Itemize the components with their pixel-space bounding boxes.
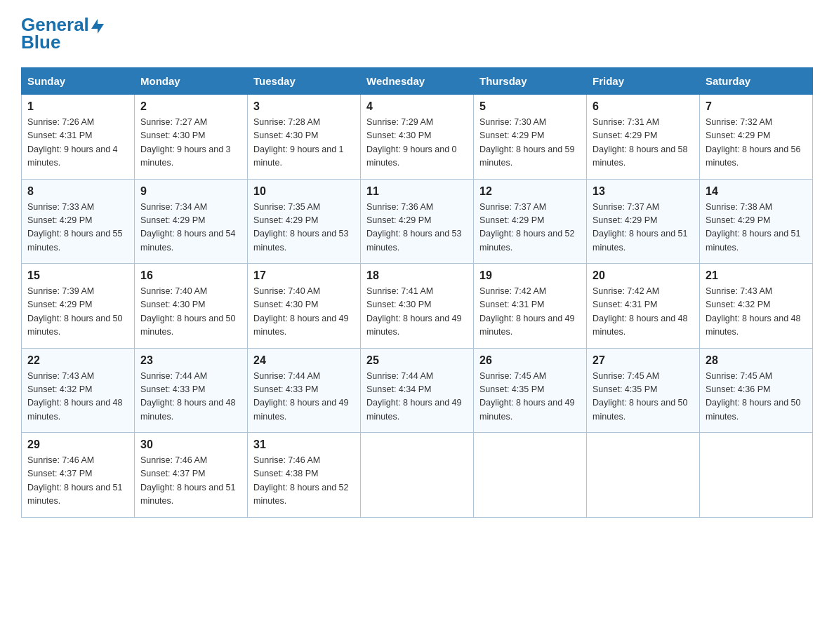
day-info: Sunrise: 7:29 AMSunset: 4:30 PMDaylight:… (366, 116, 468, 170)
day-info: Sunrise: 7:31 AMSunset: 4:29 PMDaylight:… (593, 116, 694, 170)
day-info: Sunrise: 7:39 AMSunset: 4:29 PMDaylight:… (27, 285, 128, 340)
day-info: Sunrise: 7:44 AMSunset: 4:33 PMDaylight:… (253, 370, 355, 424)
calendar-cell: 30Sunrise: 7:46 AMSunset: 4:37 PMDayligh… (135, 433, 248, 518)
day-number: 29 (27, 438, 128, 451)
calendar-cell: 16Sunrise: 7:40 AMSunset: 4:30 PMDayligh… (135, 264, 248, 349)
weekday-header-wednesday: Wednesday (361, 68, 474, 95)
day-number: 30 (140, 438, 241, 451)
weekday-header-thursday: Thursday (474, 68, 587, 95)
day-number: 3 (253, 100, 355, 113)
day-number: 13 (593, 185, 694, 198)
calendar-cell: 4Sunrise: 7:29 AMSunset: 4:30 PMDaylight… (361, 95, 474, 180)
day-number: 21 (706, 269, 807, 282)
day-number: 20 (593, 269, 694, 282)
day-number: 1 (27, 100, 128, 113)
day-number: 17 (253, 269, 355, 282)
day-info: Sunrise: 7:26 AMSunset: 4:31 PMDaylight:… (27, 116, 128, 170)
day-number: 18 (366, 269, 468, 282)
calendar-cell: 7Sunrise: 7:32 AMSunset: 4:29 PMDaylight… (700, 95, 813, 180)
logo-blue-text: Blue (21, 32, 104, 53)
calendar-cell (474, 433, 587, 518)
day-info: Sunrise: 7:33 AMSunset: 4:29 PMDaylight:… (27, 201, 128, 255)
day-info: Sunrise: 7:37 AMSunset: 4:29 PMDaylight:… (593, 201, 694, 255)
calendar-cell: 13Sunrise: 7:37 AMSunset: 4:29 PMDayligh… (587, 179, 700, 264)
day-number: 31 (253, 438, 355, 451)
day-number: 15 (27, 269, 128, 282)
weekday-header-friday: Friday (587, 68, 700, 95)
day-number: 2 (140, 100, 241, 113)
day-number: 27 (593, 354, 694, 367)
calendar-cell (587, 433, 700, 518)
day-number: 24 (253, 354, 355, 367)
day-number: 22 (27, 354, 128, 367)
calendar-cell: 17Sunrise: 7:40 AMSunset: 4:30 PMDayligh… (248, 264, 361, 349)
day-number: 4 (366, 100, 468, 113)
day-info: Sunrise: 7:46 AMSunset: 4:37 PMDaylight:… (140, 454, 241, 509)
logo: General Blue (21, 14, 104, 53)
calendar-cell: 1Sunrise: 7:26 AMSunset: 4:31 PMDaylight… (22, 95, 135, 180)
day-info: Sunrise: 7:41 AMSunset: 4:30 PMDaylight:… (366, 285, 468, 340)
day-number: 25 (366, 354, 468, 367)
day-info: Sunrise: 7:28 AMSunset: 4:30 PMDaylight:… (253, 116, 355, 170)
calendar-cell: 20Sunrise: 7:42 AMSunset: 4:31 PMDayligh… (587, 264, 700, 349)
day-info: Sunrise: 7:42 AMSunset: 4:31 PMDaylight:… (593, 285, 694, 340)
day-number: 7 (706, 100, 807, 113)
day-info: Sunrise: 7:40 AMSunset: 4:30 PMDaylight:… (253, 285, 355, 340)
day-info: Sunrise: 7:36 AMSunset: 4:29 PMDaylight:… (366, 201, 468, 255)
weekday-header-tuesday: Tuesday (248, 68, 361, 95)
day-info: Sunrise: 7:44 AMSunset: 4:33 PMDaylight:… (140, 370, 241, 424)
day-number: 12 (479, 185, 581, 198)
day-info: Sunrise: 7:45 AMSunset: 4:35 PMDaylight:… (593, 370, 694, 424)
day-number: 16 (140, 269, 241, 282)
calendar-cell: 8Sunrise: 7:33 AMSunset: 4:29 PMDaylight… (22, 179, 135, 264)
calendar-table: SundayMondayTuesdayWednesdayThursdayFrid… (21, 67, 813, 518)
day-info: Sunrise: 7:45 AMSunset: 4:36 PMDaylight:… (706, 370, 807, 424)
page-header: General Blue (21, 14, 813, 53)
day-info: Sunrise: 7:45 AMSunset: 4:35 PMDaylight:… (479, 370, 581, 424)
day-info: Sunrise: 7:43 AMSunset: 4:32 PMDaylight:… (706, 285, 807, 340)
calendar-cell: 2Sunrise: 7:27 AMSunset: 4:30 PMDaylight… (135, 95, 248, 180)
calendar-cell: 21Sunrise: 7:43 AMSunset: 4:32 PMDayligh… (700, 264, 813, 349)
day-number: 6 (593, 100, 694, 113)
calendar-cell: 23Sunrise: 7:44 AMSunset: 4:33 PMDayligh… (135, 348, 248, 433)
weekday-header-monday: Monday (135, 68, 248, 95)
calendar-cell: 24Sunrise: 7:44 AMSunset: 4:33 PMDayligh… (248, 348, 361, 433)
weekday-header-saturday: Saturday (700, 68, 813, 95)
day-info: Sunrise: 7:40 AMSunset: 4:30 PMDaylight:… (140, 285, 241, 340)
day-info: Sunrise: 7:43 AMSunset: 4:32 PMDaylight:… (27, 370, 128, 424)
day-number: 10 (253, 185, 355, 198)
calendar-cell: 25Sunrise: 7:44 AMSunset: 4:34 PMDayligh… (361, 348, 474, 433)
calendar-cell: 26Sunrise: 7:45 AMSunset: 4:35 PMDayligh… (474, 348, 587, 433)
calendar-cell (361, 433, 474, 518)
calendar-cell: 6Sunrise: 7:31 AMSunset: 4:29 PMDaylight… (587, 95, 700, 180)
calendar-cell (700, 433, 813, 518)
day-number: 9 (140, 185, 241, 198)
calendar-cell: 22Sunrise: 7:43 AMSunset: 4:32 PMDayligh… (22, 348, 135, 433)
day-number: 26 (479, 354, 581, 367)
day-info: Sunrise: 7:46 AMSunset: 4:37 PMDaylight:… (27, 454, 128, 509)
calendar-cell: 11Sunrise: 7:36 AMSunset: 4:29 PMDayligh… (361, 179, 474, 264)
day-info: Sunrise: 7:42 AMSunset: 4:31 PMDaylight:… (479, 285, 581, 340)
calendar-cell: 9Sunrise: 7:34 AMSunset: 4:29 PMDaylight… (135, 179, 248, 264)
calendar-cell: 28Sunrise: 7:45 AMSunset: 4:36 PMDayligh… (700, 348, 813, 433)
day-info: Sunrise: 7:30 AMSunset: 4:29 PMDaylight:… (479, 116, 581, 170)
day-info: Sunrise: 7:32 AMSunset: 4:29 PMDaylight:… (706, 116, 807, 170)
day-number: 28 (706, 354, 807, 367)
day-number: 8 (27, 185, 128, 198)
calendar-cell: 3Sunrise: 7:28 AMSunset: 4:30 PMDaylight… (248, 95, 361, 180)
calendar-cell: 15Sunrise: 7:39 AMSunset: 4:29 PMDayligh… (22, 264, 135, 349)
calendar-cell: 29Sunrise: 7:46 AMSunset: 4:37 PMDayligh… (22, 433, 135, 518)
calendar-cell: 12Sunrise: 7:37 AMSunset: 4:29 PMDayligh… (474, 179, 587, 264)
calendar-cell: 14Sunrise: 7:38 AMSunset: 4:29 PMDayligh… (700, 179, 813, 264)
calendar-cell: 19Sunrise: 7:42 AMSunset: 4:31 PMDayligh… (474, 264, 587, 349)
day-info: Sunrise: 7:34 AMSunset: 4:29 PMDaylight:… (140, 201, 241, 255)
day-number: 11 (366, 185, 468, 198)
day-number: 23 (140, 354, 241, 367)
weekday-header-sunday: Sunday (22, 68, 135, 95)
day-info: Sunrise: 7:37 AMSunset: 4:29 PMDaylight:… (479, 201, 581, 255)
calendar-cell: 5Sunrise: 7:30 AMSunset: 4:29 PMDaylight… (474, 95, 587, 180)
day-info: Sunrise: 7:46 AMSunset: 4:38 PMDaylight:… (253, 454, 355, 509)
calendar-cell: 18Sunrise: 7:41 AMSunset: 4:30 PMDayligh… (361, 264, 474, 349)
day-info: Sunrise: 7:38 AMSunset: 4:29 PMDaylight:… (706, 201, 807, 255)
calendar-cell: 10Sunrise: 7:35 AMSunset: 4:29 PMDayligh… (248, 179, 361, 264)
